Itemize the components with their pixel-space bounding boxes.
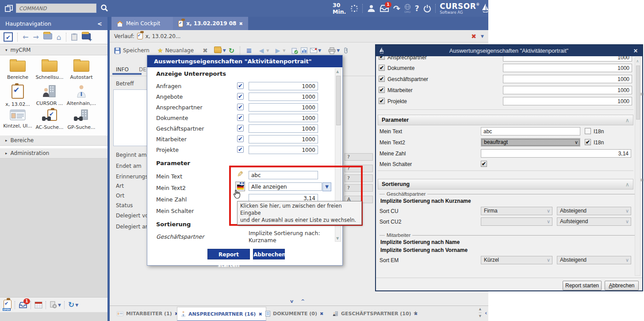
tab-mein-cockpit[interactable]: Mein Cockpit [111, 17, 183, 30]
checkbox-checked[interactable]: ✔ [379, 65, 385, 71]
max-rows-input[interactable] [249, 146, 318, 154]
redo-icon[interactable]: ↷ [393, 4, 400, 13]
sidebar-item-cursor[interactable]: CURSOR ... [34, 85, 65, 106]
sidebar-item-ac-suche[interactable]: ✔ AC-Suche... [34, 109, 65, 130]
sidebar-item-bereiche[interactable]: Bereiche [2, 61, 34, 80]
new-button[interactable]: ★ Neuanlage [157, 47, 194, 54]
dropdown-icon[interactable]: ▼ [318, 48, 321, 53]
checkbox-checked[interactable]: ✔ [237, 82, 244, 89]
task-check-icon[interactable] [291, 47, 298, 54]
cancel-button[interactable]: Abbrechen [253, 249, 285, 259]
refresh-green-icon[interactable]: ↻ [229, 46, 234, 55]
sidebar-item-schnellsuche[interactable]: Schnellsu... [34, 61, 65, 80]
task-view-icon[interactable]: ✔ [4, 32, 13, 42]
max-rows-input[interactable] [503, 56, 632, 62]
mein-text-input[interactable] [481, 127, 580, 135]
window-copy-icon[interactable] [4, 4, 14, 13]
max-rows-input[interactable] [503, 86, 632, 94]
sort-em-combobox[interactable]: Kürzel∨ [481, 256, 552, 264]
dropdown-icon[interactable]: ▼ [283, 49, 285, 53]
max-rows-input[interactable] [249, 82, 318, 90]
window-titlebar[interactable]: Auswertungseigenschaften "Aktivitätenpor… [376, 45, 642, 56]
expand-panel-icon[interactable]: ^ [301, 298, 305, 304]
mein-text2-combobox[interactable]: beauftragt∨ [481, 138, 580, 147]
sidebar-item-gp-suche[interactable]: GP-Suche... [65, 109, 97, 130]
next-record-icon[interactable]: ▶ [275, 47, 280, 54]
i18n-checkbox-unchecked[interactable] [585, 128, 591, 134]
power-icon[interactable] [423, 4, 431, 12]
panel-collapse-left-icon[interactable]: ‹ [485, 309, 487, 316]
close-icon[interactable]: ✖ [320, 311, 323, 316]
sort-em-direction-combobox[interactable]: Absteigend∨ [557, 256, 631, 264]
collapse-section-icon[interactable]: ∧ [625, 117, 629, 124]
report-chart-icon[interactable] [301, 47, 307, 54]
delete-icon[interactable]: ✖ [203, 47, 208, 54]
scroll-down-icon[interactable]: ▼ [336, 236, 339, 240]
open-tasks-icon[interactable]: ✔ OPEN [4, 300, 12, 310]
sidebar-section-administration[interactable]: ▸ Administration [0, 148, 107, 159]
home-icon[interactable]: ⌂ [57, 33, 61, 42]
checkbox-checked[interactable]: ✔ [237, 104, 244, 110]
form-tab-info[interactable]: INFO [116, 66, 129, 73]
refresh-icon[interactable]: ↻ ▼ [68, 301, 78, 309]
command-input[interactable] [16, 4, 96, 13]
inbox-icon[interactable]: 1 [380, 4, 389, 12]
collapse-panel-icon[interactable]: v [290, 298, 293, 304]
report-start-button[interactable]: Report starten [207, 249, 250, 259]
clear-history-icon[interactable]: ✖ [471, 33, 476, 40]
bottom-tab-mitarbeiter[interactable]: MITARBEITER (1) ✖ [113, 307, 182, 320]
sidebar-item-autostart[interactable]: Autostart [65, 61, 97, 80]
dropdown-icon[interactable]: ▼ [337, 48, 340, 53]
save-button[interactable]: Speichern [114, 47, 150, 54]
sidebar-section-bereiche[interactable]: ▸ Bereiche [0, 135, 107, 146]
tab-vorgang[interactable]: ✔ x, 13.02.2019 08:41 ✖ [173, 17, 248, 30]
verlauf-item[interactable]: x, 13.02.20... [146, 33, 181, 39]
parameter-section-header[interactable]: Parameter ∧ [378, 115, 633, 125]
max-rows-input[interactable] [249, 135, 318, 143]
bottom-tab-dokumente[interactable]: DOKUMENTE (0) ✖ [262, 307, 327, 320]
bottom-tab-geschaeftspartner[interactable]: GESCHÄFTSPARTNER (10) ✖ [329, 307, 421, 320]
sort-cu-combobox[interactable]: Firma∨ [481, 207, 552, 215]
checkbox-checked[interactable]: ✔ [379, 56, 385, 60]
checkbox-checked[interactable]: ✔ [237, 146, 244, 153]
help-icon[interactable]: ? [415, 5, 419, 12]
max-rows-input[interactable] [503, 97, 632, 105]
max-rows-input[interactable] [503, 64, 632, 72]
checkbox-checked[interactable]: ✔ [237, 125, 244, 131]
add-tab-button[interactable]: + [413, 309, 418, 316]
meine-zahl-input[interactable] [481, 149, 631, 158]
max-rows-input[interactable] [249, 93, 318, 101]
window-close-icon[interactable]: ✕ [633, 48, 638, 54]
footer-inbox-icon[interactable]: 1 [19, 302, 27, 309]
i18n-checkbox-checked[interactable]: ✔ [585, 139, 591, 145]
checkbox-checked[interactable]: ✔ [237, 135, 244, 142]
dropdown-icon[interactable]: ▼ [481, 34, 484, 39]
scroll-thumb[interactable] [336, 76, 341, 125]
checkbox-checked[interactable]: ✔ [237, 114, 244, 121]
sort-cu2-combobox[interactable]: ∨ [481, 217, 552, 226]
clipboard-icon[interactable] [71, 33, 77, 41]
sortierung-section-header[interactable]: Sortierung ∧ [378, 179, 633, 190]
mail-icon[interactable]: ▼ [310, 48, 321, 53]
sidebar-item-task[interactable]: ✔ x, 13.02... [2, 85, 34, 107]
scroll-up-icon[interactable]: ▲ [336, 70, 339, 73]
checkbox-checked[interactable]: ✔ [379, 98, 385, 104]
folder-up-icon[interactable] [43, 33, 52, 41]
sidebar-item-person[interactable]: Altenhain,... [65, 85, 97, 106]
back-icon[interactable]: ← [23, 33, 28, 41]
scroll-up-icon[interactable]: ∧ [636, 59, 639, 63]
scroll-thumb[interactable] [636, 66, 640, 120]
report-start-button[interactable]: Report starten [563, 281, 602, 290]
checkbox-checked[interactable]: ✔ [379, 87, 385, 93]
new-folder-icon[interactable]: + [82, 33, 91, 41]
form-tab-details[interactable]: DE [139, 66, 146, 73]
menu-icon[interactable]: ≡ [246, 46, 252, 55]
bottom-tab-ansprechpartner[interactable]: ANSPRECHPARTNER (16) ✖ [177, 307, 266, 321]
search-icon[interactable] [100, 4, 109, 12]
sidebar-section-mycrm[interactable]: ▾ myCRM [0, 45, 107, 55]
window-scrollbar[interactable]: ∧ [635, 57, 640, 276]
panel-grip[interactable]: ≡ [640, 178, 644, 182]
sort-cu2-direction-combobox[interactable]: Aufsteigend∨ [557, 217, 631, 226]
dropdown-icon[interactable]: ▼ [58, 303, 61, 307]
globe-gmd-icon[interactable]: GMD [404, 4, 411, 13]
